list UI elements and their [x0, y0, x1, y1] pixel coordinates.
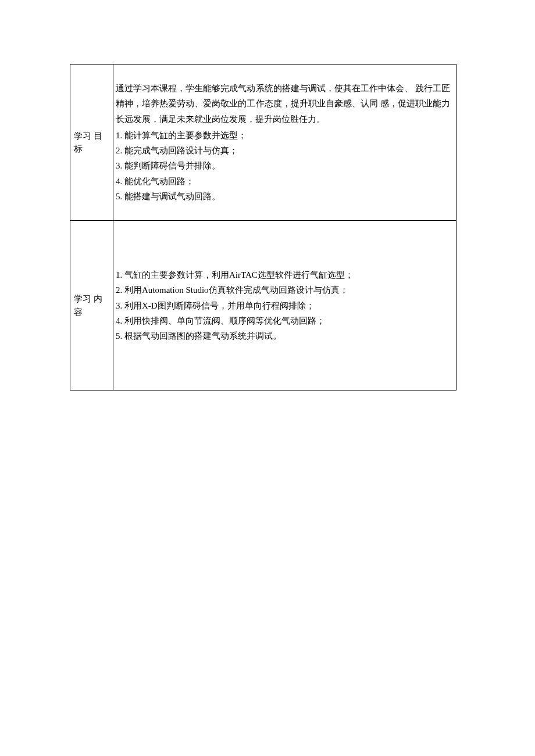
goals-intro: 通过学习本课程，学生能够完成气动系统的搭建与调试，使其在工作中体会、 践行工匠精… [116, 81, 450, 127]
row-learning-goals: 学习 目标 通过学习本课程，学生能够完成气动系统的搭建与调试，使其在工作中体会、… [70, 65, 456, 221]
contents-item: 5. 根据气动回路图的搭建气动系统并调试。 [116, 328, 450, 343]
label-learning-goals: 学习 目标 [70, 65, 113, 221]
label-learning-contents: 学习 内容 [70, 221, 113, 390]
goals-item: 2. 能完成气动回路设计与仿真； [116, 143, 450, 158]
goals-item: 3. 能判断障碍信号并排除。 [116, 158, 450, 173]
contents-item: 2. 利用Automation Studio仿真软件完成气动回路设计与仿真； [116, 282, 450, 298]
goals-item: 5. 能搭建与调试气动回路。 [116, 189, 450, 204]
goals-item: 4. 能优化气动回路； [116, 174, 450, 189]
content-learning-contents: 1. 气缸的主要参数计算，利用AirTAC选型软件进行气缸选型； 2. 利用Au… [113, 221, 456, 390]
goals-item: 1. 能计算气缸的主要参数并选型； [116, 128, 450, 143]
content-learning-goals: 通过学习本课程，学生能够完成气动系统的搭建与调试，使其在工作中体会、 践行工匠精… [113, 65, 456, 221]
contents-item: 3. 利用X-D图判断障碍信号，并用单向行程阀排除； [116, 298, 450, 313]
course-table: 学习 目标 通过学习本课程，学生能够完成气动系统的搭建与调试，使其在工作中体会、… [70, 64, 456, 390]
contents-item: 1. 气缸的主要参数计算，利用AirTAC选型软件进行气缸选型； [116, 267, 450, 282]
row-learning-contents: 学习 内容 1. 气缸的主要参数计算，利用AirTAC选型软件进行气缸选型； 2… [70, 221, 456, 390]
contents-item: 4. 利用快排阀、单向节流阀、顺序阀等优化气动回路； [116, 313, 450, 328]
